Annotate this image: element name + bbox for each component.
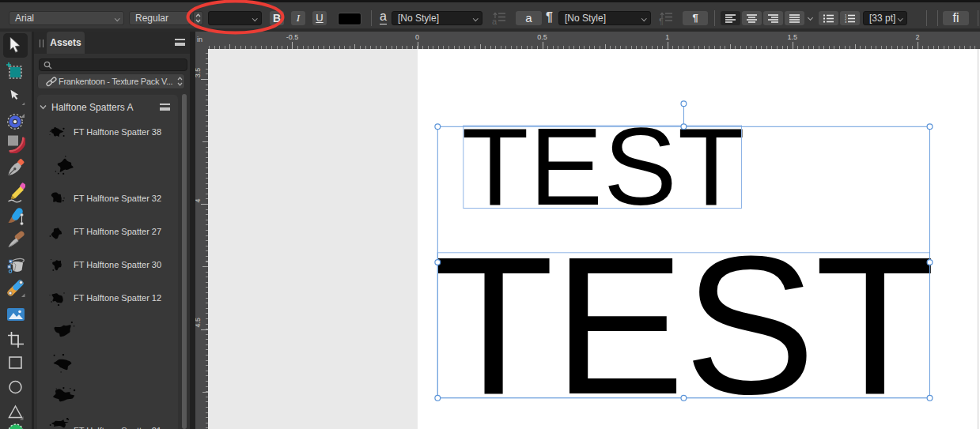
- svg-text:3: 3: [845, 20, 847, 23]
- svg-text:¶: ¶: [659, 17, 664, 25]
